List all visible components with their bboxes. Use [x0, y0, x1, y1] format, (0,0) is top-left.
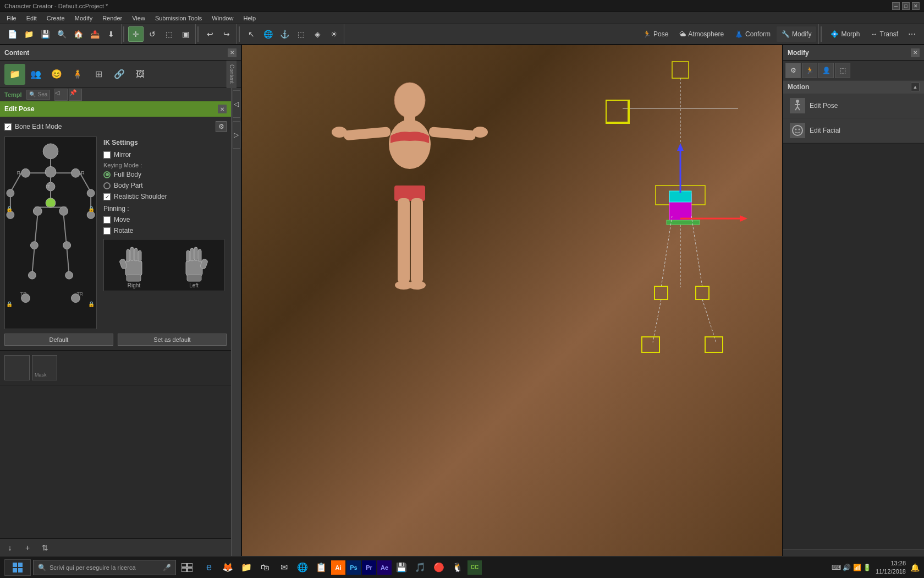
menu-edit[interactable]: Edit — [22, 14, 41, 23]
taskbar-app-folder[interactable]: 📁 — [238, 559, 255, 576]
menu-create[interactable]: Create — [42, 14, 69, 23]
left-wrist-bone[interactable] — [87, 211, 95, 219]
modify-icon-2[interactable]: 🏃 — [802, 63, 817, 78]
menu-help[interactable]: Help — [239, 14, 260, 23]
open-btn[interactable]: 📁 — [21, 26, 36, 42]
tab-image[interactable]: 🖼 — [130, 64, 151, 85]
export-btn[interactable]: 📤 — [87, 26, 102, 42]
rotate-checkbox[interactable] — [103, 227, 111, 235]
taskbar-app-globe[interactable]: 🌐 — [294, 559, 311, 576]
menu-view[interactable]: View — [128, 14, 150, 23]
left-elbow-bone[interactable] — [87, 189, 95, 197]
world-tool[interactable]: 🌐 — [260, 26, 276, 42]
tab-grid[interactable]: ⊞ — [88, 64, 109, 85]
nav-back[interactable]: ◁ — [54, 89, 68, 101]
taskbar-app-ae[interactable]: Ae — [377, 560, 392, 575]
undo-btn[interactable]: ↩ — [202, 26, 218, 42]
taskbar-app-photoshop[interactable]: Ps — [346, 560, 361, 575]
tab-people[interactable]: 👥 — [25, 64, 46, 85]
body-part-radio[interactable] — [103, 182, 111, 189]
taskbar-app-app2[interactable]: 🐧 — [449, 559, 466, 576]
move-checkbox[interactable] — [103, 216, 111, 223]
camera-tool[interactable]: ◈ — [310, 26, 325, 42]
realistic-shoulder-checkbox[interactable] — [103, 193, 111, 200]
notifications-icon[interactable]: 🔔 — [910, 563, 920, 572]
edit-pose-motion-item[interactable]: Edit Pose — [783, 94, 924, 118]
tab-folder[interactable]: 📁 — [4, 64, 25, 85]
tab-face[interactable]: 😊 — [46, 64, 67, 85]
taskbar-app-edge[interactable]: e — [200, 559, 218, 576]
taskbar-app-doc[interactable]: 📋 — [312, 559, 330, 576]
tab-body[interactable]: 🧍 — [67, 64, 88, 85]
pose-btn[interactable]: 🏃 Pose — [638, 26, 673, 42]
modify-close-btn[interactable]: ✕ — [911, 48, 920, 57]
light-tool[interactable]: ☀ — [326, 26, 342, 42]
full-body-radio[interactable] — [103, 171, 111, 178]
modify-icon-3[interactable]: 👤 — [818, 63, 834, 78]
edit-facial-motion-item[interactable]: Edit Facial — [783, 118, 924, 143]
left-hip-bone[interactable] — [33, 207, 42, 216]
left-foot-bone[interactable] — [21, 294, 30, 303]
content-close-btn[interactable]: ✕ — [228, 48, 237, 57]
3d-viewport[interactable] — [242, 45, 782, 556]
motion-collapse[interactable]: ▲ — [911, 83, 920, 91]
set-as-default-btn[interactable]: Set as default — [118, 334, 227, 346]
settings-gear[interactable]: ⚙ — [216, 121, 227, 132]
right-panel-scrollbar[interactable] — [783, 549, 924, 556]
home-btn[interactable]: 🏠 — [70, 26, 86, 42]
skeleton-viewer[interactable]: R R — [4, 137, 97, 329]
head-bone[interactable] — [43, 144, 58, 159]
atmosphere-btn[interactable]: 🌥 Atmosphere — [674, 26, 729, 42]
thumb-1[interactable] — [4, 355, 30, 380]
select-tool[interactable]: ▣ — [178, 26, 193, 42]
menu-modify[interactable]: Modify — [70, 14, 97, 23]
import-btn[interactable]: ⬇ — [103, 26, 119, 42]
right-knee-bone[interactable] — [63, 242, 71, 249]
redo-btn[interactable]: ↪ — [219, 26, 234, 42]
save-btn[interactable]: 💾 — [37, 26, 53, 42]
taskbar-app-premiere[interactable]: Pr — [362, 560, 376, 575]
new-btn[interactable]: 📄 — [4, 26, 20, 42]
window-controls[interactable]: ─ □ ✕ — [892, 2, 920, 10]
taskbar-app-illustrator[interactable]: Ai — [331, 560, 345, 575]
thumb-2[interactable]: Mask — [32, 355, 57, 380]
mirror-checkbox[interactable] — [103, 151, 111, 159]
content-sort-btn[interactable]: ⇅ — [37, 540, 53, 555]
content-add-btn[interactable]: + — [20, 540, 35, 555]
taskbar-app-firefox[interactable]: 🦊 — [219, 559, 237, 576]
move-tool[interactable]: ✛ — [128, 26, 144, 42]
taskbar-app-store[interactable]: 🛍 — [256, 559, 274, 576]
frame-tool[interactable]: ⬚ — [293, 26, 309, 42]
windows-start[interactable] — [4, 559, 31, 576]
maximize-btn[interactable]: □ — [902, 2, 910, 10]
transf-btn[interactable]: ↔ Transf — [866, 26, 903, 42]
menu-submission[interactable]: Submission Tools — [151, 14, 206, 23]
close-btn[interactable]: ✕ — [912, 2, 920, 10]
menu-window[interactable]: Window — [207, 14, 238, 23]
side-nav-2[interactable]: ▷ — [233, 121, 240, 149]
taskbar-app-cc[interactable]: CC — [468, 560, 482, 575]
taskbar-app-save[interactable]: 💾 — [393, 559, 410, 576]
modify-icon-4[interactable]: ⬚ — [835, 63, 850, 78]
content-down-btn[interactable]: ↓ — [2, 540, 18, 555]
left-knee-bone[interactable] — [30, 242, 38, 249]
hip-bone[interactable] — [46, 198, 56, 208]
nav-pin[interactable]: 📌 — [69, 89, 82, 101]
more-btn[interactable]: ⋯ — [904, 26, 920, 42]
modify-icon-1[interactable]: ⚙ — [785, 63, 801, 78]
default-btn[interactable]: Default — [4, 334, 113, 346]
task-view-btn[interactable] — [178, 559, 196, 576]
left-shoulder-bone[interactable] — [72, 168, 80, 177]
right-ankle-bone[interactable] — [65, 271, 73, 279]
modify-btn[interactable]: 🔧 Modify — [777, 26, 816, 42]
chest-bone[interactable] — [45, 166, 56, 177]
menu-file[interactable]: File — [2, 14, 21, 23]
taskbar-app-vlc[interactable]: 🎵 — [411, 559, 429, 576]
anchor-tool[interactable]: ⚓ — [277, 26, 292, 42]
bone-edit-checkbox[interactable] — [4, 123, 12, 130]
minimize-btn[interactable]: ─ — [892, 2, 900, 10]
right-foot-bone[interactable] — [72, 294, 80, 303]
rotate-tool[interactable]: ↺ — [145, 26, 160, 42]
right-hip-bone[interactable] — [59, 207, 68, 216]
cursor-tool[interactable]: ↖ — [244, 26, 259, 42]
